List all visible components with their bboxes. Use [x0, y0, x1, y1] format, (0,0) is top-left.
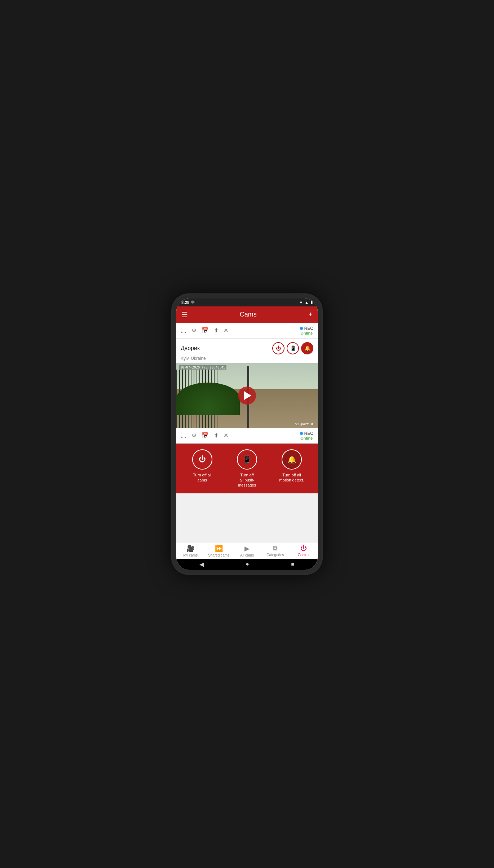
my-cams-label: My cams — [183, 553, 198, 557]
rec-badge-1: REC Online — [300, 326, 313, 335]
rec-label-1: REC — [304, 326, 313, 331]
control-icon: ⏻ — [300, 545, 307, 552]
turn-off-cams-label: Turn off allcams — [193, 472, 211, 483]
gear-icon: ⚙ — [191, 300, 195, 305]
add-button[interactable]: + — [308, 310, 313, 319]
status-icons: ▼ ▲ ▮ — [299, 300, 313, 305]
fullscreen-icon-1[interactable]: ⛶ — [181, 327, 186, 334]
bottom-nav: 🎥 My cams ⏩ Shared cams ▶ All cams ⧉ Cat… — [176, 542, 318, 559]
settings-icon-1[interactable]: ⚙ — [191, 327, 197, 334]
cam-power-button[interactable]: ⏻ — [272, 342, 285, 354]
cam-name: Дворик — [181, 345, 270, 352]
nav-item-control[interactable]: ⏻ Control — [290, 542, 318, 558]
app-title: Cams — [240, 311, 257, 318]
cam-header: Дворик ⏻ 📱 🔔 — [176, 339, 318, 356]
turn-off-cams-button[interactable]: ⏻ Turn off allcams — [180, 449, 225, 483]
settings-icon-2[interactable]: ⚙ — [191, 432, 197, 439]
fullscreen-icon-2[interactable]: ⛶ — [181, 432, 186, 439]
categories-icon: ⧉ — [273, 545, 278, 552]
shared-cams-icon: ⏩ — [215, 545, 223, 553]
cam-timestamp: 10-07-2020 Fri 10:48:45 — [179, 365, 226, 370]
turn-off-push-icon: 📱 — [237, 449, 257, 470]
app-top-bar: ☰ Cams + — [176, 306, 318, 323]
online-label-1: Online — [300, 331, 313, 335]
home-button[interactable]: ● — [246, 561, 249, 567]
turn-off-motion-icon: 🔔 — [282, 449, 302, 470]
status-bar: 8:28 ⚙ ▼ ▲ ▮ — [176, 298, 318, 306]
nav-item-my-cams[interactable]: 🎥 My cams — [176, 542, 204, 559]
status-time: 8:28 — [181, 300, 189, 305]
phone-shell: 8:28 ⚙ ▼ ▲ ▮ ☰ Cams + ⛶ ⚙ 📅 ⬆ — [171, 293, 323, 575]
play-button[interactable] — [238, 387, 256, 405]
shared-cams-label: Shared cams — [208, 553, 229, 557]
online-label-2: Online — [300, 436, 313, 440]
nav-item-all-cams[interactable]: ▶ All cams — [233, 542, 261, 559]
share-icon-1[interactable]: ⬆ — [214, 327, 219, 334]
turn-off-push-button[interactable]: 📱 Turn offall push-messages — [225, 449, 269, 488]
rec-dot-1 — [300, 327, 303, 330]
rec-dot-2 — [300, 432, 303, 435]
wifi-icon: ▼ — [299, 300, 303, 305]
cam-phone-button[interactable]: 📱 — [287, 342, 299, 354]
rec-badge-2: REC Online — [300, 431, 313, 440]
yard-greenery — [176, 383, 240, 415]
nav-item-shared-cams[interactable]: ⏩ Shared cams — [204, 542, 233, 559]
cam-location: Kyiv, Ukraine — [176, 356, 318, 363]
battery-icon: ▮ — [310, 300, 313, 305]
turn-off-motion-label: Turn off allmotion detect. — [279, 472, 304, 483]
control-panel: ⏻ Turn off allcams 📱 Turn offall push-me… — [176, 444, 318, 494]
categories-label: Categories — [266, 553, 284, 557]
recent-button[interactable]: ■ — [291, 561, 295, 567]
all-cams-label: All cams — [240, 553, 254, 557]
close-icon-1[interactable]: ✕ — [224, 327, 228, 334]
menu-icon[interactable]: ☰ — [181, 310, 188, 319]
share-icon-2[interactable]: ⬆ — [214, 432, 219, 439]
turn-off-motion-button[interactable]: 🔔 Turn off allmotion detect. — [269, 449, 314, 483]
back-button[interactable]: ◀ — [199, 561, 204, 568]
nav-item-categories[interactable]: ⧉ Categories — [261, 542, 289, 558]
cam-video-feed[interactable]: 10-07-2020 Fri 10:48:45 vi-port 01 — [176, 363, 318, 428]
first-cam-toolbar: ⛶ ⚙ 📅 ⬆ ✕ REC Online — [176, 323, 318, 338]
close-icon-2[interactable]: ✕ — [224, 432, 228, 439]
schedule-icon-2[interactable]: 📅 — [202, 432, 209, 439]
schedule-icon-1[interactable]: 📅 — [202, 327, 209, 334]
phone-screen: 8:28 ⚙ ▼ ▲ ▮ ☰ Cams + ⛶ ⚙ 📅 ⬆ — [176, 298, 318, 570]
my-cams-icon: 🎥 — [186, 545, 194, 553]
control-label: Control — [298, 553, 309, 557]
main-content: ⛶ ⚙ 📅 ⬆ ✕ REC Online — [176, 323, 318, 542]
cam-watermark: vi-port 01 — [295, 422, 315, 426]
cam-bell-button[interactable]: 🔔 — [301, 342, 313, 354]
cam-toolbar-bottom: ⛶ ⚙ 📅 ⬆ ✕ REC Online — [176, 428, 318, 443]
android-nav-bar: ◀ ● ■ — [176, 559, 318, 570]
first-cam-card-partial: ⛶ ⚙ 📅 ⬆ ✕ REC Online — [176, 323, 318, 339]
turn-off-push-label: Turn offall push-messages — [238, 472, 256, 488]
turn-off-cams-icon: ⏻ — [192, 449, 212, 470]
dvorik-cam-card: Дворик ⏻ 📱 🔔 Kyiv, Ukraine 10-07-20 — [176, 339, 318, 444]
rec-label-2: REC — [304, 431, 313, 436]
all-cams-icon: ▶ — [244, 545, 250, 553]
signal-icon: ▲ — [305, 300, 309, 305]
